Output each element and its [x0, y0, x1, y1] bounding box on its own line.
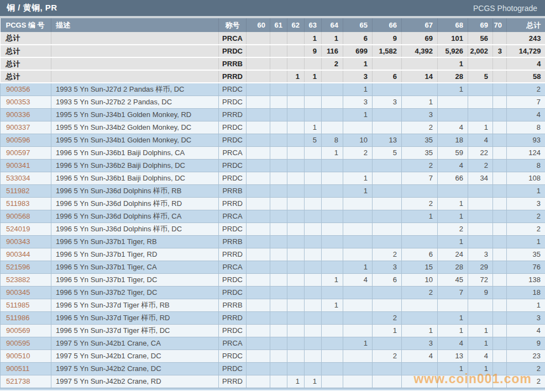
- coin-description: 1995 5 Yn Sun-J34b2 Golden Monkey, DC: [51, 121, 219, 134]
- table-row: 9003441996 5 Yn Sun-J37b1 Tiger, RDPRRD2…: [1, 248, 545, 261]
- coin-number-link[interactable]: 900356: [1, 83, 51, 96]
- coin-number-link[interactable]: 521738: [1, 375, 51, 388]
- total-count: 76: [507, 261, 545, 273]
- grade-63-count: [305, 172, 322, 184]
- grade-70-count: [493, 121, 507, 134]
- grade-68-count: [438, 184, 468, 197]
- grade-66-count: [373, 121, 402, 134]
- table-header: PCGS 编 号 描述 称号 60 61 62 63 64 65 66 67 6…: [1, 18, 545, 32]
- header-row: PCGS 编 号 描述 称号 60 61 62 63 64 65 66 67 6…: [1, 18, 545, 32]
- coin-number-link[interactable]: 900341: [1, 159, 51, 172]
- grade-63-count: 1: [305, 70, 322, 83]
- coin-number-link[interactable]: 900569: [1, 324, 51, 337]
- total-count: 4: [507, 324, 545, 337]
- grade-62-count: [287, 223, 305, 235]
- coin-number-link[interactable]: 511983: [1, 197, 51, 210]
- coin-number-link[interactable]: 511986: [1, 311, 51, 324]
- grade-69-count: [468, 184, 493, 197]
- grade-70-count: [493, 286, 507, 299]
- grade-63-count: [305, 286, 322, 299]
- grade-62-count: [287, 108, 305, 121]
- coin-number-link[interactable]: 521596: [1, 261, 51, 273]
- grade-64-count: [322, 248, 343, 261]
- designation-cell: PRDC: [219, 121, 247, 134]
- grade-68-count: 1: [438, 210, 468, 223]
- table-row: 5238821996 5 Yn Sun-J37b1 Tiger, DCPRDC1…: [1, 273, 545, 286]
- grade-64-count: [322, 337, 343, 349]
- grade-70-count: [493, 273, 507, 286]
- coin-number-link[interactable]: 900337: [1, 121, 51, 134]
- grade-65-count: 3: [343, 96, 373, 108]
- grade-64-count: [322, 210, 343, 223]
- grade-63-count: [305, 96, 322, 108]
- coin-description: 1996 5 Yn Sun-J36d Dolphins 样币, DC: [51, 223, 219, 235]
- coin-number-link[interactable]: 533034: [1, 172, 51, 184]
- grade-69-count: 1: [468, 324, 493, 337]
- grade-61-count: [270, 134, 287, 146]
- grade-63-count: 1: [305, 375, 322, 388]
- grade-62-count: [287, 172, 305, 184]
- grade-60-count: [247, 286, 270, 299]
- grade-60-count: [247, 375, 270, 388]
- grade-67-count: 4,392: [402, 45, 438, 57]
- coin-number-link[interactable]: 900344: [1, 248, 51, 261]
- grade-62-count: [287, 286, 305, 299]
- coin-number-link[interactable]: 511982: [1, 184, 51, 197]
- coin-number-link[interactable]: 511985: [1, 299, 51, 311]
- grade-68-count: 2: [438, 223, 468, 235]
- grade-67-count: 2: [402, 159, 438, 172]
- grade-61-count: [270, 57, 287, 70]
- coin-number-link[interactable]: 524019: [1, 223, 51, 235]
- designation-cell: PRDC: [219, 159, 247, 172]
- coin-number-link[interactable]: 900510: [1, 349, 51, 362]
- header-grade-62: 62: [287, 18, 305, 32]
- coin-number-link[interactable]: 900596: [1, 134, 51, 146]
- grade-67-count: [402, 299, 438, 311]
- header-designation: 称号: [219, 18, 247, 32]
- grade-65-count: [343, 210, 373, 223]
- designation-cell: PRRD: [219, 248, 247, 261]
- grade-65-count: [343, 235, 373, 248]
- grade-69-count: [468, 197, 493, 210]
- total-count: 2: [507, 210, 545, 223]
- grade-61-count: [270, 184, 287, 197]
- grade-61-count: [270, 108, 287, 121]
- grade-66-count: [373, 197, 402, 210]
- coin-number-link[interactable]: 900336: [1, 108, 51, 121]
- grade-66-count: 1: [373, 324, 402, 337]
- grade-62-count: [287, 273, 305, 286]
- coin-number-link[interactable]: 900511: [1, 362, 51, 375]
- coin-number-link[interactable]: 900595: [1, 337, 51, 349]
- grade-60-count: [247, 324, 270, 337]
- grade-60-count: [247, 362, 270, 375]
- coin-description: 1996 5 Yn Sun-J37d Tiger 样币, DC: [51, 324, 219, 337]
- grade-69-count: [468, 311, 493, 324]
- grade-60-count: [247, 159, 270, 172]
- grade-60-count: [247, 197, 270, 210]
- summary-label: 总计: [1, 57, 51, 70]
- coin-number-link[interactable]: 900343: [1, 235, 51, 248]
- grade-63-count: 1: [305, 121, 322, 134]
- grade-68-count: [438, 375, 468, 388]
- population-report-page: 铜 / 黄铜, PR PCGS Photograde PCGS 编 号 描述 称…: [0, 0, 545, 392]
- coin-number-link[interactable]: 900353: [1, 96, 51, 108]
- grade-66-count: [373, 337, 402, 349]
- total-count: 4: [507, 57, 545, 70]
- grade-67-count: [402, 57, 438, 70]
- coin-description: 1996 5 Yn Sun-J37d Tiger 样币, RB: [51, 299, 219, 311]
- grade-69-count: 4: [468, 134, 493, 146]
- grade-65-count: 4: [343, 273, 373, 286]
- coin-number-link[interactable]: 900345: [1, 286, 51, 299]
- grade-68-count: [438, 108, 468, 121]
- total-count: 2: [507, 83, 545, 96]
- photograde-link[interactable]: PCGS Photograde: [473, 4, 537, 13]
- grade-63-count: [305, 299, 322, 311]
- grade-64-count: [322, 96, 343, 108]
- grade-62-count: [287, 349, 305, 362]
- grade-69-count: 2: [468, 159, 493, 172]
- coin-number-link[interactable]: 523882: [1, 273, 51, 286]
- table-row: 9005961995 5 Yn Sun-J34b1 Golden Monkey,…: [1, 134, 545, 146]
- coin-number-link[interactable]: 900568: [1, 210, 51, 223]
- coin-description: 1996 5 Yn Sun-J36b2 Baiji Dolphins, DC: [51, 159, 219, 172]
- coin-number-link[interactable]: 900597: [1, 146, 51, 159]
